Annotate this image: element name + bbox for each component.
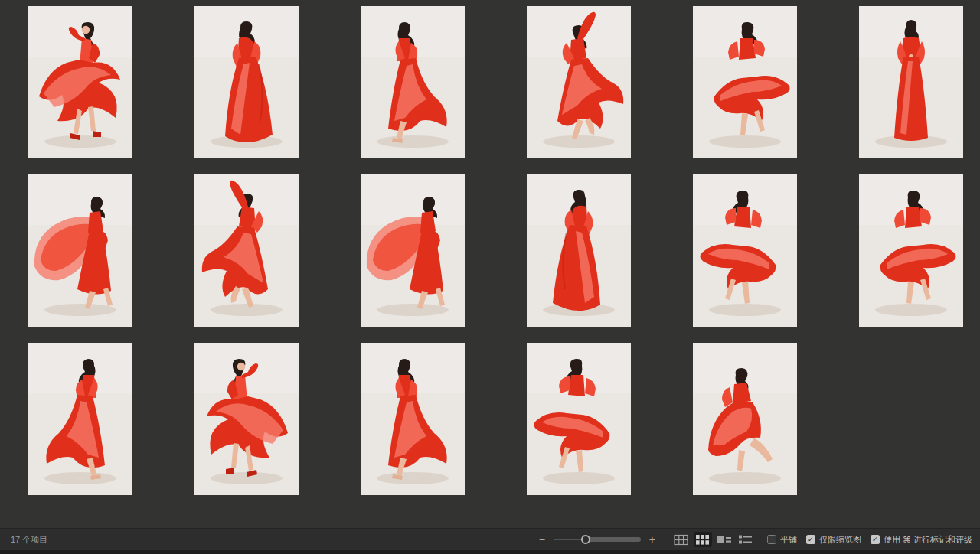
photo-thumbnail[interactable] (859, 174, 963, 327)
red-dress-photo (361, 343, 465, 495)
photo-thumbnail[interactable] (28, 343, 132, 495)
photo-thumbnail[interactable] (527, 343, 631, 495)
view-mode-buttons (672, 532, 755, 547)
grid-view-filled-button[interactable] (694, 532, 712, 547)
photo-thumbnail[interactable] (194, 343, 299, 495)
option-checkboxes: 平铺✓仅限缩览图✓使用 ⌘ 进行标记和评级 (767, 534, 972, 546)
grid-view-outline-button[interactable] (672, 532, 691, 547)
option-1[interactable]: ✓仅限缩览图 (806, 534, 861, 546)
zoom-out-button[interactable]: − (537, 534, 547, 545)
red-dress-photo (361, 6, 465, 158)
red-dress-photo (527, 6, 631, 158)
photo-thumbnail[interactable] (194, 174, 299, 327)
slider-track-right (586, 537, 641, 542)
red-dress-photo (527, 174, 631, 327)
zoom-in-button[interactable]: + (648, 534, 657, 545)
thumbnail-size-controls: − + (537, 533, 657, 546)
details-view-icon (717, 535, 731, 545)
photo-thumbnail[interactable] (28, 174, 132, 327)
option-2[interactable]: ✓使用 ⌘ 进行标记和评级 (871, 534, 972, 546)
photo-thumbnail[interactable] (859, 6, 963, 158)
red-dress-photo (194, 174, 299, 327)
red-dress-photo (693, 174, 797, 327)
checkbox-unchecked-icon[interactable] (767, 535, 776, 544)
photo-thumbnail[interactable] (693, 174, 797, 327)
photo-thumbnail[interactable] (693, 343, 797, 495)
photo-thumbnail[interactable] (527, 6, 631, 158)
content-area (0, 0, 980, 528)
red-dress-photo (194, 343, 299, 495)
red-dress-photo (859, 174, 963, 327)
list-view-button[interactable] (737, 532, 755, 547)
checkbox-checked-icon[interactable]: ✓ (871, 535, 880, 544)
status-bar: 17 个项目 − + 平铺✓仅限缩览图✓使用 ⌘ 进行标记和评级 (0, 528, 980, 550)
item-count-label: 17 个项目 (11, 534, 47, 546)
window-bottom-edge (0, 550, 980, 554)
details-view-button[interactable] (715, 532, 733, 547)
photo-thumbnail[interactable] (361, 6, 465, 158)
red-dress-photo (194, 6, 299, 158)
photo-thumbnail[interactable] (361, 174, 465, 327)
photo-thumbnail[interactable] (527, 174, 631, 327)
photo-thumbnail[interactable] (194, 6, 299, 158)
red-dress-photo (361, 174, 465, 327)
red-dress-photo (28, 174, 132, 327)
option-label: 平铺 (780, 534, 797, 546)
photo-thumbnail[interactable] (693, 6, 797, 158)
red-dress-photo (28, 6, 132, 158)
red-dress-photo (859, 6, 963, 158)
photo-grid (28, 6, 964, 495)
slider-thumb[interactable] (581, 535, 590, 544)
checkbox-checked-icon[interactable]: ✓ (806, 535, 815, 544)
red-dress-photo (527, 343, 631, 495)
option-label: 使用 ⌘ 进行标记和评级 (884, 534, 972, 546)
grid-view-filled-icon (696, 535, 709, 545)
photo-thumbnail[interactable] (28, 6, 132, 158)
option-0[interactable]: 平铺 (767, 534, 797, 546)
red-dress-photo (693, 343, 797, 495)
grid-view-outline-icon (674, 534, 688, 546)
option-label: 仅限缩览图 (819, 534, 861, 546)
thumbnail-size-slider[interactable] (554, 533, 641, 546)
list-view-icon (739, 535, 752, 545)
red-dress-photo (28, 343, 132, 495)
red-dress-photo (693, 6, 797, 158)
photo-thumbnail[interactable] (361, 343, 465, 495)
